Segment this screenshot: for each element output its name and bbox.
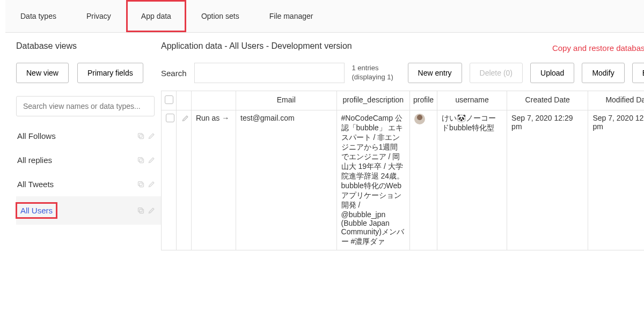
svg-rect-6 <box>140 209 144 213</box>
copy-icon[interactable] <box>136 180 145 189</box>
main-toolbar: Search 1 entries (displaying 1) New entr… <box>161 57 644 91</box>
svg-rect-0 <box>140 135 144 139</box>
svg-rect-1 <box>138 134 142 138</box>
top-tabs: Data types Privacy App data Option sets … <box>5 0 644 33</box>
edit-header <box>177 91 192 110</box>
row-edit[interactable] <box>177 110 192 250</box>
row-checkbox[interactable] <box>162 110 177 250</box>
avatar <box>414 114 425 124</box>
table-header-row: Email profile_description profile userna… <box>162 91 644 110</box>
page-title: Application data - All Users - Developme… <box>161 38 352 57</box>
col-email[interactable]: Email <box>236 91 337 110</box>
sidebar-title: Database views <box>16 38 161 57</box>
pencil-icon[interactable] <box>147 180 156 189</box>
pencil-icon[interactable] <box>147 132 156 140</box>
copy-icon[interactable] <box>136 206 145 215</box>
cell-profile-image <box>409 110 437 250</box>
sidebar-item-label: All Users <box>17 204 56 217</box>
modify-button[interactable]: Modify <box>582 63 624 83</box>
checkbox-icon[interactable] <box>165 95 173 104</box>
col-modified[interactable]: Modified Date <box>588 91 644 110</box>
pencil-icon[interactable] <box>147 156 156 165</box>
pencil-icon[interactable] <box>181 114 189 122</box>
cell-email: test@gmail.com <box>236 110 337 250</box>
svg-rect-5 <box>138 182 142 186</box>
table-row[interactable]: Run as → test@gmail.com #NoCodeCamp 公認「b… <box>162 110 644 250</box>
entries-count: 1 entries (displaying 1) <box>352 64 400 82</box>
tab-option-sets[interactable]: Option sets <box>186 0 254 32</box>
search-input[interactable] <box>194 63 345 83</box>
data-table: Email profile_description profile userna… <box>161 91 644 250</box>
pencil-icon[interactable] <box>147 206 156 215</box>
view-list: All Follows All replies All Tweets <box>16 124 161 225</box>
upload-button[interactable]: Upload <box>530 63 574 83</box>
tab-app-data[interactable]: App data <box>126 0 186 32</box>
svg-rect-3 <box>138 158 142 162</box>
search-label: Search <box>161 69 187 78</box>
new-view-button[interactable]: New view <box>16 63 69 83</box>
sidebar: Database views New view Primary fields A… <box>0 33 161 250</box>
checkbox-icon[interactable] <box>166 114 174 122</box>
cell-username: けい🐼ノーコードbubble特化型 <box>437 110 507 250</box>
cell-profile-description: #NoCodeCamp 公認「bubble」 エキスパート / 非エンジニアから… <box>336 110 409 250</box>
sidebar-item-label: All Follows <box>17 131 56 140</box>
sidebar-item-all-replies[interactable]: All replies <box>16 148 161 172</box>
sidebar-item-all-tweets[interactable]: All Tweets <box>16 172 161 196</box>
col-profile-description[interactable]: profile_description <box>336 91 409 110</box>
main-panel: Application data - All Users - Developme… <box>161 33 644 250</box>
tab-file-manager[interactable]: File manager <box>254 0 328 32</box>
tab-privacy[interactable]: Privacy <box>71 0 126 32</box>
cell-created: Sep 7, 2020 12:29 pm <box>507 110 588 250</box>
delete-button[interactable]: Delete (0) <box>470 63 523 83</box>
search-views-input[interactable] <box>16 96 155 116</box>
col-profile[interactable]: profile <box>409 91 437 110</box>
svg-rect-2 <box>140 159 144 163</box>
primary-fields-button[interactable]: Primary fields <box>77 63 143 83</box>
copy-restore-link[interactable]: Copy and restore database <box>552 43 644 53</box>
copy-icon[interactable] <box>136 156 145 165</box>
tab-data-types[interactable]: Data types <box>5 0 71 32</box>
sidebar-item-label: All Tweets <box>17 180 54 189</box>
select-all-header[interactable] <box>162 91 177 110</box>
col-created[interactable]: Created Date <box>507 91 588 110</box>
cell-modified: Sep 7, 2020 12:29 pm <box>588 110 644 250</box>
export-button[interactable]: Exp <box>632 63 644 83</box>
sidebar-item-label: All replies <box>17 156 52 165</box>
sidebar-item-all-follows[interactable]: All Follows <box>16 124 161 148</box>
svg-rect-7 <box>138 208 142 212</box>
svg-rect-4 <box>140 183 144 187</box>
sidebar-item-all-users[interactable]: All Users <box>16 196 161 225</box>
col-username[interactable]: username <box>437 91 507 110</box>
run-as-link[interactable]: Run as → <box>196 114 229 122</box>
copy-icon[interactable] <box>136 132 145 140</box>
new-entry-button[interactable]: New entry <box>408 63 462 83</box>
runas-header <box>191 91 236 110</box>
